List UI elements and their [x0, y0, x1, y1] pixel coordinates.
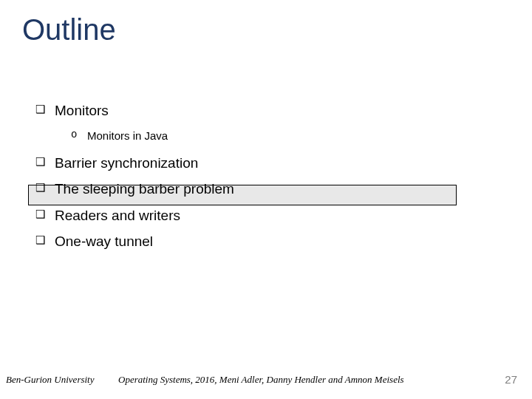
- list-item: Monitors: [35, 100, 502, 121]
- list-item-label: One-way tunnel: [55, 233, 153, 249]
- list-item-highlighted: The sleeping barber problem: [35, 178, 502, 200]
- slide-title: Outline: [22, 13, 116, 47]
- slide: Outline Monitors Monitors in Java Barrie…: [0, 0, 532, 399]
- outline-list: Monitors Monitors in Java Barrier synchr…: [35, 100, 502, 256]
- list-item-label: Barrier synchronization: [55, 155, 198, 171]
- page-number: 27: [505, 373, 517, 386]
- list-item: One-way tunnel: [35, 231, 502, 252]
- footer-course: Operating Systems, 2016, Meni Adler, Dan…: [118, 374, 404, 386]
- list-item: Readers and writers: [35, 205, 502, 226]
- list-item-label: Readers and writers: [55, 208, 180, 223]
- list-subitem: Monitors in Java: [35, 127, 502, 144]
- list-item: Barrier synchronization: [35, 152, 502, 174]
- list-subitem-label: Monitors in Java: [87, 129, 168, 142]
- list-item-label: The sleeping barber problem: [55, 181, 234, 197]
- footer-university: Ben-Gurion University: [6, 374, 95, 386]
- list-item-label: Monitors: [55, 103, 109, 118]
